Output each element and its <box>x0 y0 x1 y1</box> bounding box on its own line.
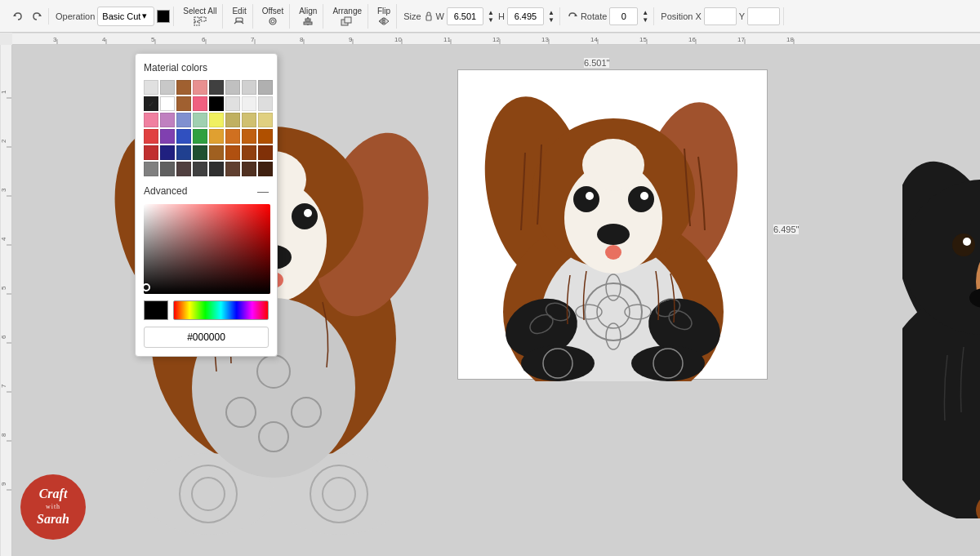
rotate-label: Rotate <box>581 11 607 21</box>
color-cell-8[interactable] <box>258 80 273 95</box>
color-cell-41[interactable] <box>144 162 158 176</box>
width-input[interactable] <box>447 7 483 25</box>
color-cell-22[interactable] <box>225 113 240 127</box>
color-cell-15[interactable] <box>242 96 256 111</box>
color-cell-18[interactable] <box>160 113 175 127</box>
color-cell-13[interactable] <box>209 96 224 111</box>
color-cell-39[interactable] <box>242 145 256 160</box>
position-y-input[interactable] <box>747 7 780 25</box>
color-cell-36[interactable] <box>193 145 207 160</box>
logo-text: Craft with Sarah <box>37 486 69 528</box>
color-cell-16[interactable] <box>258 96 273 111</box>
width-stepper[interactable]: ▲▼ <box>486 7 496 25</box>
color-cell-40[interactable] <box>258 145 273 160</box>
ruler-top: 3 4 5 6 7 8 9 10 11 12 13 14 15 16 17 18 <box>12 33 980 45</box>
flip-group: Flip <box>372 4 397 29</box>
color-cell-9[interactable] <box>144 96 158 111</box>
black-swatch[interactable] <box>144 300 168 320</box>
select-all-button[interactable]: Select All <box>180 4 219 29</box>
svg-text:16: 16 <box>688 36 696 43</box>
undo-button[interactable] <box>10 8 26 24</box>
color-cell-2[interactable] <box>160 80 175 95</box>
height-input[interactable] <box>507 7 544 25</box>
color-cell-48[interactable] <box>258 162 273 176</box>
svg-text:14: 14 <box>590 36 598 43</box>
color-cell-6[interactable] <box>225 80 240 95</box>
select-all-group: Select All <box>177 4 223 29</box>
svg-point-126 <box>952 234 975 256</box>
svg-text:9: 9 <box>0 482 7 486</box>
color-cell-47[interactable] <box>242 162 256 176</box>
offset-button[interactable]: Offset <box>260 4 287 29</box>
color-cell-10[interactable] <box>160 96 175 111</box>
arrange-button[interactable]: Arrange <box>330 4 364 29</box>
edit-button[interactable]: Edit <box>229 4 248 29</box>
color-cell-20[interactable] <box>193 113 207 127</box>
color-cell-12[interactable] <box>193 96 207 111</box>
color-cell-33[interactable] <box>144 145 158 160</box>
svg-rect-3 <box>201 17 206 21</box>
operation-dropdown[interactable]: Basic Cut ▾ <box>97 7 154 26</box>
color-cell-21[interactable] <box>209 113 224 127</box>
svg-point-104 <box>597 224 630 245</box>
color-cell-46[interactable] <box>225 162 240 176</box>
edit-label: Edit <box>232 7 246 16</box>
position-x-label: X <box>695 11 701 21</box>
hex-input[interactable] <box>144 327 269 348</box>
svg-text:7: 7 <box>0 384 7 388</box>
svg-marker-14 <box>385 18 389 24</box>
rotate-stepper[interactable]: ▲▼ <box>640 7 650 25</box>
color-bottom-row <box>144 300 269 320</box>
color-cell-37[interactable] <box>209 145 224 160</box>
svg-point-127 <box>963 238 971 246</box>
color-cell-23[interactable] <box>242 113 256 127</box>
rotate-input[interactable] <box>609 7 638 25</box>
color-cell-35[interactable] <box>176 145 191 160</box>
color-spectrum[interactable] <box>144 204 270 294</box>
svg-marker-13 <box>379 18 383 24</box>
svg-point-105 <box>605 245 621 260</box>
select-all-label: Select All <box>183 7 216 16</box>
color-swatch-toolbar[interactable] <box>157 10 170 23</box>
color-cell-1[interactable] <box>144 80 158 95</box>
position-x-input[interactable] <box>704 7 737 25</box>
size-group: Size W ▲▼ H ▲▼ <box>400 7 560 25</box>
advanced-collapse-button[interactable]: — <box>257 185 269 198</box>
svg-point-102 <box>586 192 594 200</box>
flip-button[interactable]: Flip <box>375 4 393 29</box>
color-cell-4[interactable] <box>193 80 207 95</box>
color-cell-29[interactable] <box>209 129 224 144</box>
color-cell-31[interactable] <box>242 129 256 144</box>
color-cell-3[interactable] <box>176 80 191 95</box>
color-cell-43[interactable] <box>176 162 191 176</box>
rainbow-hue-bar[interactable] <box>173 300 269 320</box>
color-cell-42[interactable] <box>160 162 175 176</box>
color-cell-14[interactable] <box>225 96 240 111</box>
operation-value: Basic Cut <box>102 11 140 21</box>
color-cell-28[interactable] <box>193 129 207 144</box>
color-cell-25[interactable] <box>144 129 158 144</box>
color-cell-38[interactable] <box>225 145 240 160</box>
color-cell-44[interactable] <box>193 162 207 176</box>
color-cell-26[interactable] <box>160 129 175 144</box>
color-cell-5[interactable] <box>209 80 224 95</box>
width-label: W <box>436 11 444 21</box>
color-cell-7[interactable] <box>242 80 256 95</box>
height-dimension-label: 6.495" <box>773 225 799 234</box>
svg-text:6: 6 <box>202 36 206 43</box>
color-cell-32[interactable] <box>258 129 273 144</box>
color-cell-34[interactable] <box>160 145 175 160</box>
color-cell-11[interactable] <box>176 96 191 111</box>
color-cell-19[interactable] <box>176 113 191 127</box>
redo-button[interactable] <box>29 8 45 24</box>
svg-rect-4 <box>194 22 199 25</box>
color-cell-27[interactable] <box>176 129 191 144</box>
height-stepper[interactable]: ▲▼ <box>546 7 556 25</box>
color-cell-24[interactable] <box>258 113 273 127</box>
color-cell-45[interactable] <box>209 162 224 176</box>
color-cell-17[interactable] <box>144 113 158 127</box>
align-button[interactable]: Align <box>296 4 319 29</box>
right-dog <box>902 110 980 518</box>
color-cell-30[interactable] <box>225 129 240 144</box>
position-group: Position X Y <box>657 7 784 25</box>
